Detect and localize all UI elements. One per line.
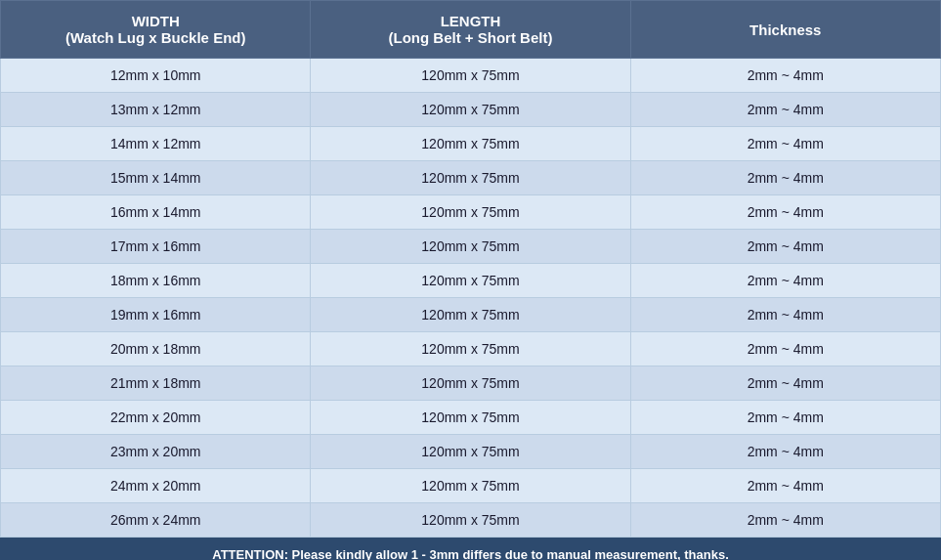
cell-length: 120mm x 75mm	[311, 93, 630, 127]
cell-thickness: 2mm ~ 4mm	[630, 264, 940, 298]
table-row: 24mm x 20mm120mm x 75mm2mm ~ 4mm	[1, 469, 941, 503]
cell-width: 13mm x 12mm	[1, 93, 311, 127]
cell-thickness: 2mm ~ 4mm	[630, 469, 940, 503]
cell-thickness: 2mm ~ 4mm	[630, 161, 940, 195]
cell-length: 120mm x 75mm	[311, 503, 630, 538]
table-row: 21mm x 18mm120mm x 75mm2mm ~ 4mm	[1, 366, 941, 401]
cell-thickness: 2mm ~ 4mm	[630, 332, 940, 366]
table-row: 16mm x 14mm120mm x 75mm2mm ~ 4mm	[1, 195, 941, 230]
cell-length: 120mm x 75mm	[311, 195, 630, 230]
table-row: 19mm x 16mm120mm x 75mm2mm ~ 4mm	[1, 298, 941, 332]
cell-width: 21mm x 18mm	[1, 366, 311, 401]
cell-length: 120mm x 75mm	[311, 298, 630, 332]
cell-width: 16mm x 14mm	[1, 195, 311, 230]
table-row: 14mm x 12mm120mm x 75mm2mm ~ 4mm	[1, 127, 941, 161]
cell-width: 15mm x 14mm	[1, 161, 311, 195]
table-row: 18mm x 16mm120mm x 75mm2mm ~ 4mm	[1, 264, 941, 298]
cell-thickness: 2mm ~ 4mm	[630, 298, 940, 332]
cell-width: 14mm x 12mm	[1, 127, 311, 161]
cell-thickness: 2mm ~ 4mm	[630, 435, 940, 469]
cell-length: 120mm x 75mm	[311, 366, 630, 401]
table-row: 12mm x 10mm120mm x 75mm2mm ~ 4mm	[1, 59, 941, 93]
table-row: 26mm x 24mm120mm x 75mm2mm ~ 4mm	[1, 503, 941, 538]
cell-thickness: 2mm ~ 4mm	[630, 127, 940, 161]
cell-length: 120mm x 75mm	[311, 127, 630, 161]
cell-width: 12mm x 10mm	[1, 59, 311, 93]
cell-thickness: 2mm ~ 4mm	[630, 93, 940, 127]
table-row: 23mm x 20mm120mm x 75mm2mm ~ 4mm	[1, 435, 941, 469]
footer-notice: ATTENTION: Please kindly allow 1 - 3mm d…	[0, 538, 941, 560]
cell-width: 20mm x 18mm	[1, 332, 311, 366]
table-row: 15mm x 14mm120mm x 75mm2mm ~ 4mm	[1, 161, 941, 195]
cell-thickness: 2mm ~ 4mm	[630, 366, 940, 401]
cell-width: 19mm x 16mm	[1, 298, 311, 332]
cell-length: 120mm x 75mm	[311, 435, 630, 469]
cell-width: 23mm x 20mm	[1, 435, 311, 469]
table-row: 20mm x 18mm120mm x 75mm2mm ~ 4mm	[1, 332, 941, 366]
cell-thickness: 2mm ~ 4mm	[630, 59, 940, 93]
size-table: WIDTH (Watch Lug x Buckle End) LENGTH (L…	[0, 0, 941, 538]
cell-length: 120mm x 75mm	[311, 161, 630, 195]
cell-thickness: 2mm ~ 4mm	[630, 503, 940, 538]
table-row: 13mm x 12mm120mm x 75mm2mm ~ 4mm	[1, 93, 941, 127]
cell-width: 22mm x 20mm	[1, 401, 311, 435]
cell-length: 120mm x 75mm	[311, 469, 630, 503]
table-row: 17mm x 16mm120mm x 75mm2mm ~ 4mm	[1, 230, 941, 264]
cell-width: 17mm x 16mm	[1, 230, 311, 264]
cell-width: 26mm x 24mm	[1, 503, 311, 538]
cell-thickness: 2mm ~ 4mm	[630, 230, 940, 264]
cell-length: 120mm x 75mm	[311, 59, 630, 93]
cell-width: 24mm x 20mm	[1, 469, 311, 503]
cell-length: 120mm x 75mm	[311, 332, 630, 366]
table-row: 22mm x 20mm120mm x 75mm2mm ~ 4mm	[1, 401, 941, 435]
header-width: WIDTH (Watch Lug x Buckle End)	[1, 1, 311, 59]
main-container: WIDTH (Watch Lug x Buckle End) LENGTH (L…	[0, 0, 941, 560]
cell-length: 120mm x 75mm	[311, 264, 630, 298]
cell-thickness: 2mm ~ 4mm	[630, 401, 940, 435]
cell-length: 120mm x 75mm	[311, 230, 630, 264]
header-thickness: Thickness	[630, 1, 940, 59]
cell-width: 18mm x 16mm	[1, 264, 311, 298]
header-length: LENGTH (Long Belt + Short Belt)	[311, 1, 630, 59]
cell-thickness: 2mm ~ 4mm	[630, 195, 940, 230]
cell-length: 120mm x 75mm	[311, 401, 630, 435]
